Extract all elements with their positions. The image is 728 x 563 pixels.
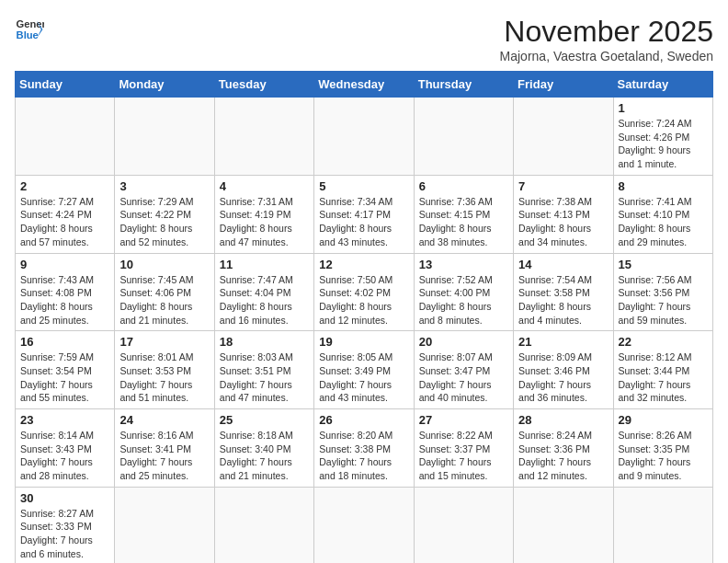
day-info: Sunrise: 7:47 AMSunset: 4:04 PMDaylight:… [220, 273, 309, 327]
weekday-header-saturday: Saturday [613, 72, 712, 98]
calendar-day-cell: 15Sunrise: 7:56 AMSunset: 3:56 PMDayligh… [613, 253, 712, 331]
day-info: Sunrise: 8:20 AMSunset: 3:38 PMDaylight:… [319, 429, 408, 483]
calendar-day-cell: 11Sunrise: 7:47 AMSunset: 4:04 PMDayligh… [214, 253, 313, 331]
calendar-day-cell: 30Sunrise: 8:27 AMSunset: 3:33 PMDayligh… [16, 487, 115, 563]
calendar-day-cell: 23Sunrise: 8:14 AMSunset: 3:43 PMDayligh… [16, 409, 115, 488]
day-info: Sunrise: 8:01 AMSunset: 3:53 PMDaylight:… [119, 350, 209, 405]
calendar-day-cell: 29Sunrise: 8:26 AMSunset: 3:35 PMDayligh… [613, 409, 712, 488]
calendar-day-cell: 20Sunrise: 8:07 AMSunset: 3:47 PMDayligh… [414, 331, 513, 409]
day-number: 8 [619, 179, 708, 193]
day-number: 30 [20, 491, 109, 505]
day-number: 26 [319, 413, 408, 427]
calendar-day-cell: 17Sunrise: 8:01 AMSunset: 3:53 PMDayligh… [115, 331, 214, 409]
day-number: 16 [20, 335, 109, 349]
day-number: 9 [20, 258, 109, 271]
calendar-day-cell [115, 487, 214, 563]
svg-text:Blue: Blue [17, 29, 39, 40]
month-year-title: November 2025 [500, 15, 713, 49]
calendar-day-cell: 1Sunrise: 7:24 AMSunset: 4:26 PMDaylight… [613, 98, 712, 176]
calendar-day-cell: 4Sunrise: 7:31 AMSunset: 4:19 PMDaylight… [214, 175, 313, 253]
calendar-day-cell: 12Sunrise: 7:50 AMSunset: 4:02 PMDayligh… [314, 253, 414, 331]
calendar-day-cell: 2Sunrise: 7:27 AMSunset: 4:24 PMDaylight… [16, 175, 115, 253]
day-number: 27 [419, 413, 508, 427]
day-info: Sunrise: 7:24 AMSunset: 4:26 PMDaylight:… [619, 117, 708, 171]
calendar-day-cell [314, 98, 414, 176]
calendar-day-cell [514, 98, 613, 176]
day-info: Sunrise: 8:16 AMSunset: 3:41 PMDaylight:… [119, 429, 209, 483]
day-number: 15 [619, 258, 708, 271]
day-number: 20 [419, 335, 508, 349]
title-area: November 2025 Majorna, Vaestra Goetaland… [500, 15, 713, 63]
day-info: Sunrise: 8:18 AMSunset: 3:40 PMDaylight:… [220, 429, 309, 483]
calendar-week-row: 2Sunrise: 7:27 AMSunset: 4:24 PMDaylight… [16, 175, 713, 253]
day-number: 1 [619, 101, 708, 115]
weekday-header-wednesday: Wednesday [314, 72, 414, 98]
day-info: Sunrise: 7:56 AMSunset: 3:56 PMDaylight:… [619, 273, 708, 327]
weekday-header-monday: Monday [115, 72, 214, 98]
calendar-day-cell [613, 487, 712, 563]
day-number: 10 [119, 258, 209, 271]
logo-icon: General Blue [15, 15, 44, 44]
calendar-day-cell: 18Sunrise: 8:03 AMSunset: 3:51 PMDayligh… [214, 331, 313, 409]
weekday-header-sunday: Sunday [16, 72, 115, 98]
calendar-day-cell: 5Sunrise: 7:34 AMSunset: 4:17 PMDaylight… [314, 175, 414, 253]
day-number: 14 [518, 258, 608, 271]
day-number: 29 [619, 413, 708, 427]
calendar-day-cell: 24Sunrise: 8:16 AMSunset: 3:41 PMDayligh… [115, 409, 214, 488]
day-number: 17 [119, 335, 209, 349]
calendar-day-cell [214, 98, 313, 176]
calendar-day-cell [514, 487, 613, 563]
day-info: Sunrise: 7:29 AMSunset: 4:22 PMDaylight:… [119, 195, 209, 249]
calendar-day-cell: 16Sunrise: 7:59 AMSunset: 3:54 PMDayligh… [16, 331, 115, 409]
calendar-day-cell: 3Sunrise: 7:29 AMSunset: 4:22 PMDaylight… [115, 175, 214, 253]
day-info: Sunrise: 7:27 AMSunset: 4:24 PMDaylight:… [20, 195, 109, 249]
calendar-day-cell: 25Sunrise: 8:18 AMSunset: 3:40 PMDayligh… [214, 409, 313, 488]
calendar-day-cell [214, 487, 313, 563]
day-number: 23 [20, 413, 109, 427]
day-number: 21 [518, 335, 608, 349]
day-info: Sunrise: 7:38 AMSunset: 4:13 PMDaylight:… [518, 195, 608, 249]
day-number: 18 [220, 335, 309, 349]
day-info: Sunrise: 8:05 AMSunset: 3:49 PMDaylight:… [319, 350, 408, 405]
day-number: 25 [220, 413, 309, 427]
calendar-week-row: 1Sunrise: 7:24 AMSunset: 4:26 PMDaylight… [16, 98, 713, 176]
day-info: Sunrise: 7:31 AMSunset: 4:19 PMDaylight:… [220, 195, 309, 249]
day-info: Sunrise: 7:45 AMSunset: 4:06 PMDaylight:… [119, 273, 209, 327]
logo: General Blue [15, 15, 44, 44]
calendar-day-cell [414, 98, 513, 176]
day-info: Sunrise: 8:07 AMSunset: 3:47 PMDaylight:… [419, 350, 508, 405]
page-header: General Blue November 2025 Majorna, Vaes… [15, 15, 713, 63]
calendar-day-cell: 28Sunrise: 8:24 AMSunset: 3:36 PMDayligh… [514, 409, 613, 488]
calendar-week-row: 23Sunrise: 8:14 AMSunset: 3:43 PMDayligh… [16, 409, 713, 488]
day-info: Sunrise: 7:41 AMSunset: 4:10 PMDaylight:… [619, 195, 708, 249]
svg-text:General: General [17, 18, 44, 29]
day-number: 13 [419, 258, 508, 271]
calendar-day-cell: 10Sunrise: 7:45 AMSunset: 4:06 PMDayligh… [115, 253, 214, 331]
day-number: 4 [220, 179, 309, 193]
weekday-header-row: SundayMondayTuesdayWednesdayThursdayFrid… [16, 72, 713, 98]
day-info: Sunrise: 8:03 AMSunset: 3:51 PMDaylight:… [220, 350, 309, 405]
day-info: Sunrise: 8:12 AMSunset: 3:44 PMDaylight:… [619, 350, 708, 405]
day-info: Sunrise: 8:14 AMSunset: 3:43 PMDaylight:… [20, 429, 109, 483]
day-number: 11 [220, 258, 309, 271]
weekday-header-thursday: Thursday [414, 72, 513, 98]
day-number: 3 [119, 179, 209, 193]
calendar-week-row: 9Sunrise: 7:43 AMSunset: 4:08 PMDaylight… [16, 253, 713, 331]
calendar-week-row: 30Sunrise: 8:27 AMSunset: 3:33 PMDayligh… [16, 487, 713, 563]
day-info: Sunrise: 7:43 AMSunset: 4:08 PMDaylight:… [20, 273, 109, 327]
calendar-day-cell: 26Sunrise: 8:20 AMSunset: 3:38 PMDayligh… [314, 409, 414, 488]
location-subtitle: Majorna, Vaestra Goetaland, Sweden [500, 49, 713, 63]
calendar-day-cell: 19Sunrise: 8:05 AMSunset: 3:49 PMDayligh… [314, 331, 414, 409]
day-number: 22 [619, 335, 708, 349]
day-info: Sunrise: 7:59 AMSunset: 3:54 PMDaylight:… [20, 350, 109, 405]
calendar-day-cell: 9Sunrise: 7:43 AMSunset: 4:08 PMDaylight… [16, 253, 115, 331]
day-number: 19 [319, 335, 408, 349]
calendar-day-cell: 22Sunrise: 8:12 AMSunset: 3:44 PMDayligh… [613, 331, 712, 409]
day-number: 6 [419, 179, 508, 193]
calendar-day-cell: 27Sunrise: 8:22 AMSunset: 3:37 PMDayligh… [414, 409, 513, 488]
calendar-day-cell: 21Sunrise: 8:09 AMSunset: 3:46 PMDayligh… [514, 331, 613, 409]
day-info: Sunrise: 7:36 AMSunset: 4:15 PMDaylight:… [419, 195, 508, 249]
day-number: 24 [119, 413, 209, 427]
calendar-day-cell: 7Sunrise: 7:38 AMSunset: 4:13 PMDaylight… [514, 175, 613, 253]
calendar-day-cell: 14Sunrise: 7:54 AMSunset: 3:58 PMDayligh… [514, 253, 613, 331]
